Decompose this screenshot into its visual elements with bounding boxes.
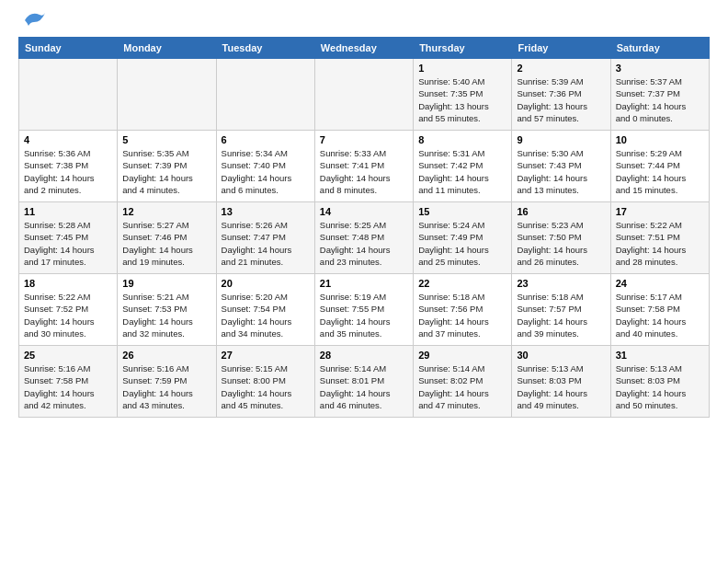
day-number: 13 — [222, 206, 310, 217]
day-info: Sunrise: 5:39 AM Sunset: 7:36 PM Dayligh… — [517, 75, 605, 124]
day-info: Sunrise: 5:22 AM Sunset: 7:51 PM Dayligh… — [616, 219, 704, 268]
day-number: 2 — [517, 63, 605, 74]
logo — [18, 15, 47, 29]
day-cell: 11Sunrise: 5:28 AM Sunset: 7:45 PM Dayli… — [19, 202, 118, 274]
day-number: 28 — [320, 350, 408, 361]
day-info: Sunrise: 5:37 AM Sunset: 7:37 PM Dayligh… — [616, 75, 704, 124]
day-cell: 14Sunrise: 5:25 AM Sunset: 7:48 PM Dayli… — [314, 202, 413, 274]
day-info: Sunrise: 5:40 AM Sunset: 7:35 PM Dayligh… — [418, 75, 506, 124]
day-info: Sunrise: 5:33 AM Sunset: 7:41 PM Dayligh… — [320, 147, 408, 196]
week-row-1: 1Sunrise: 5:40 AM Sunset: 7:35 PM Daylig… — [19, 59, 710, 131]
day-info: Sunrise: 5:30 AM Sunset: 7:43 PM Dayligh… — [517, 147, 605, 196]
day-cell: 31Sunrise: 5:13 AM Sunset: 8:03 PM Dayli… — [610, 346, 709, 418]
day-info: Sunrise: 5:29 AM Sunset: 7:44 PM Dayligh… — [616, 147, 704, 196]
col-header-monday: Monday — [118, 38, 216, 59]
day-number: 31 — [616, 350, 704, 361]
day-number: 6 — [222, 134, 310, 145]
day-info: Sunrise: 5:18 AM Sunset: 7:56 PM Dayligh… — [418, 291, 506, 339]
day-number: 12 — [122, 206, 210, 217]
day-cell: 15Sunrise: 5:24 AM Sunset: 7:49 PM Dayli… — [414, 202, 512, 274]
day-info: Sunrise: 5:21 AM Sunset: 7:53 PM Dayligh… — [122, 291, 210, 339]
day-cell: 13Sunrise: 5:26 AM Sunset: 7:47 PM Dayli… — [216, 202, 314, 274]
day-number: 23 — [517, 278, 605, 289]
day-cell — [216, 59, 314, 131]
day-cell: 2Sunrise: 5:39 AM Sunset: 7:36 PM Daylig… — [512, 59, 610, 131]
col-header-wednesday: Wednesday — [314, 38, 413, 59]
day-info: Sunrise: 5:27 AM Sunset: 7:46 PM Dayligh… — [122, 219, 210, 268]
day-info: Sunrise: 5:26 AM Sunset: 7:47 PM Dayligh… — [222, 219, 310, 268]
day-info: Sunrise: 5:34 AM Sunset: 7:40 PM Dayligh… — [222, 147, 310, 196]
day-number: 5 — [122, 134, 210, 145]
calendar-table: SundayMondayTuesdayWednesdayThursdayFrid… — [18, 37, 710, 418]
day-number: 20 — [222, 278, 310, 289]
day-cell: 21Sunrise: 5:19 AM Sunset: 7:55 PM Dayli… — [314, 274, 413, 346]
col-header-friday: Friday — [512, 38, 610, 59]
week-row-2: 4Sunrise: 5:36 AM Sunset: 7:38 PM Daylig… — [19, 131, 710, 202]
page: SundayMondayTuesdayWednesdayThursdayFrid… — [0, 0, 728, 563]
day-info: Sunrise: 5:15 AM Sunset: 8:00 PM Dayligh… — [222, 362, 310, 411]
day-number: 18 — [24, 278, 112, 289]
day-cell — [314, 59, 413, 131]
day-info: Sunrise: 5:22 AM Sunset: 7:52 PM Dayligh… — [24, 291, 112, 339]
header — [18, 15, 710, 29]
day-cell: 26Sunrise: 5:16 AM Sunset: 7:59 PM Dayli… — [118, 346, 216, 418]
day-cell: 4Sunrise: 5:36 AM Sunset: 7:38 PM Daylig… — [19, 131, 118, 202]
day-cell: 6Sunrise: 5:34 AM Sunset: 7:40 PM Daylig… — [216, 131, 314, 202]
day-info: Sunrise: 5:31 AM Sunset: 7:42 PM Dayligh… — [418, 147, 506, 196]
day-number: 26 — [122, 350, 210, 361]
day-number: 30 — [517, 350, 605, 361]
day-cell: 30Sunrise: 5:13 AM Sunset: 8:03 PM Dayli… — [512, 346, 610, 418]
day-number: 25 — [24, 350, 112, 361]
day-number: 10 — [616, 134, 704, 145]
day-cell: 19Sunrise: 5:21 AM Sunset: 7:53 PM Dayli… — [118, 274, 216, 346]
day-number: 14 — [320, 206, 408, 217]
day-cell: 22Sunrise: 5:18 AM Sunset: 7:56 PM Dayli… — [414, 274, 512, 346]
day-cell: 8Sunrise: 5:31 AM Sunset: 7:42 PM Daylig… — [414, 131, 512, 202]
day-info: Sunrise: 5:16 AM Sunset: 7:58 PM Dayligh… — [24, 362, 112, 411]
day-number: 8 — [418, 134, 506, 145]
day-cell: 18Sunrise: 5:22 AM Sunset: 7:52 PM Dayli… — [19, 274, 118, 346]
day-number: 17 — [616, 206, 704, 217]
day-info: Sunrise: 5:20 AM Sunset: 7:54 PM Dayligh… — [222, 291, 310, 339]
day-info: Sunrise: 5:25 AM Sunset: 7:48 PM Dayligh… — [320, 219, 408, 268]
day-cell: 29Sunrise: 5:14 AM Sunset: 8:02 PM Dayli… — [414, 346, 512, 418]
day-info: Sunrise: 5:17 AM Sunset: 7:58 PM Dayligh… — [616, 291, 704, 339]
day-info: Sunrise: 5:19 AM Sunset: 7:55 PM Dayligh… — [320, 291, 408, 339]
day-number: 7 — [320, 134, 408, 145]
day-cell — [118, 59, 216, 131]
day-info: Sunrise: 5:28 AM Sunset: 7:45 PM Dayligh… — [24, 219, 112, 268]
day-info: Sunrise: 5:35 AM Sunset: 7:39 PM Dayligh… — [122, 147, 210, 196]
day-number: 3 — [616, 63, 704, 74]
day-cell: 9Sunrise: 5:30 AM Sunset: 7:43 PM Daylig… — [512, 131, 610, 202]
day-number: 24 — [616, 278, 704, 289]
day-cell: 16Sunrise: 5:23 AM Sunset: 7:50 PM Dayli… — [512, 202, 610, 274]
day-number: 4 — [24, 134, 112, 145]
day-info: Sunrise: 5:16 AM Sunset: 7:59 PM Dayligh… — [122, 362, 210, 411]
day-number: 29 — [418, 350, 506, 361]
day-info: Sunrise: 5:36 AM Sunset: 7:38 PM Dayligh… — [24, 147, 112, 196]
day-cell: 17Sunrise: 5:22 AM Sunset: 7:51 PM Dayli… — [610, 202, 709, 274]
week-row-5: 25Sunrise: 5:16 AM Sunset: 7:58 PM Dayli… — [19, 346, 710, 418]
week-row-4: 18Sunrise: 5:22 AM Sunset: 7:52 PM Dayli… — [19, 274, 710, 346]
day-info: Sunrise: 5:13 AM Sunset: 8:03 PM Dayligh… — [616, 362, 704, 411]
day-number: 19 — [122, 278, 210, 289]
day-number: 16 — [517, 206, 605, 217]
day-cell: 3Sunrise: 5:37 AM Sunset: 7:37 PM Daylig… — [610, 59, 709, 131]
col-header-tuesday: Tuesday — [216, 38, 314, 59]
day-info: Sunrise: 5:18 AM Sunset: 7:57 PM Dayligh… — [517, 291, 605, 339]
day-cell: 1Sunrise: 5:40 AM Sunset: 7:35 PM Daylig… — [414, 59, 512, 131]
day-cell: 24Sunrise: 5:17 AM Sunset: 7:58 PM Dayli… — [610, 274, 709, 346]
col-header-sunday: Sunday — [19, 38, 118, 59]
day-number: 22 — [418, 278, 506, 289]
logo-icon — [21, 9, 47, 29]
day-cell: 12Sunrise: 5:27 AM Sunset: 7:46 PM Dayli… — [118, 202, 216, 274]
day-cell: 7Sunrise: 5:33 AM Sunset: 7:41 PM Daylig… — [314, 131, 413, 202]
day-number: 15 — [418, 206, 506, 217]
day-info: Sunrise: 5:24 AM Sunset: 7:49 PM Dayligh… — [418, 219, 506, 268]
day-info: Sunrise: 5:14 AM Sunset: 8:02 PM Dayligh… — [418, 362, 506, 411]
day-info: Sunrise: 5:13 AM Sunset: 8:03 PM Dayligh… — [517, 362, 605, 411]
day-cell: 5Sunrise: 5:35 AM Sunset: 7:39 PM Daylig… — [118, 131, 216, 202]
col-header-thursday: Thursday — [414, 38, 512, 59]
day-number: 27 — [222, 350, 310, 361]
day-number: 21 — [320, 278, 408, 289]
